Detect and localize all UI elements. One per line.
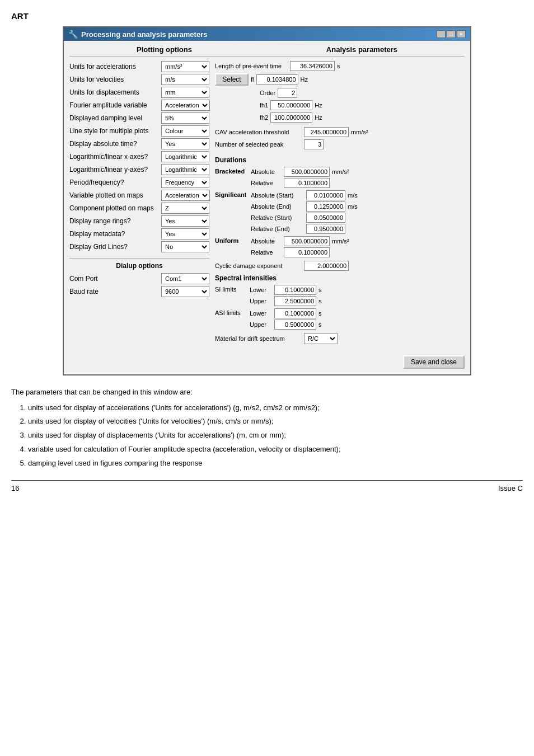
save-close-button[interactable]: Save and close bbox=[403, 355, 465, 369]
select-button[interactable]: Select bbox=[215, 73, 249, 86]
cyclic-label: Cyclic damage exponent bbox=[215, 262, 302, 269]
comp-maps-select[interactable]: Z bbox=[161, 203, 209, 214]
uni-absolute-value[interactable] bbox=[284, 236, 330, 246]
num-peaks-row: Number of selected peak bbox=[215, 139, 465, 149]
num-peaks-label: Number of selected peak bbox=[215, 141, 302, 148]
material-row: Material for drift spectrum R/C bbox=[215, 333, 465, 344]
plotting-header: Plotting options bbox=[137, 45, 192, 54]
footer-page-number: 16 bbox=[11, 484, 19, 492]
close-button[interactable]: × bbox=[457, 30, 466, 38]
window-title: Processing and analysis parameters bbox=[81, 30, 207, 39]
sig-rel-start-label: Relative (Start) bbox=[251, 214, 304, 221]
absolute-time-select[interactable]: Yes bbox=[161, 138, 209, 149]
bracketed-relative-value[interactable] bbox=[284, 178, 330, 188]
si-upper-value[interactable] bbox=[274, 296, 316, 306]
param-row-log-y: Logarithmic/linear y-axes? Logarithmic bbox=[69, 164, 209, 175]
line-style-select[interactable]: Colour bbox=[161, 125, 209, 137]
range-rings-select[interactable]: Yes bbox=[161, 215, 209, 227]
order-value[interactable] bbox=[278, 88, 297, 98]
pre-event-value[interactable] bbox=[290, 61, 335, 71]
uni-relative-value[interactable] bbox=[284, 247, 330, 257]
bracketed-relative-label: Relative bbox=[251, 180, 282, 186]
sig-rel-end-value[interactable] bbox=[306, 224, 345, 234]
si-lower-label: Lower bbox=[250, 287, 272, 293]
asi-lower-label: Lower bbox=[250, 310, 272, 317]
sig-abs-end-label: Absolute (End) bbox=[251, 203, 304, 210]
asi-lower-value[interactable] bbox=[274, 308, 316, 318]
page-footer: 16 Issue C bbox=[11, 480, 523, 492]
minimize-button[interactable]: _ bbox=[437, 30, 446, 38]
si-upper-unit: s bbox=[318, 298, 322, 304]
param-row-line-style: Line style for multiple plots Colour bbox=[69, 125, 209, 137]
cav-unit: mm/s² bbox=[351, 129, 368, 135]
order-row: Order bbox=[260, 88, 465, 98]
significant-block: Significant Absolute (Start) m/s Absolut… bbox=[215, 190, 465, 234]
uni-absolute-label: Absolute bbox=[251, 238, 282, 245]
sig-rel-start-value[interactable] bbox=[306, 213, 345, 223]
si-limits-block: SI limits Lower s Upper s bbox=[215, 285, 465, 306]
param-row-var-maps: Variable plotted on maps Acceleration bbox=[69, 190, 209, 201]
fl-label: fl bbox=[251, 76, 254, 83]
cav-value[interactable] bbox=[304, 127, 349, 137]
uniform-label: Uniform bbox=[215, 236, 249, 244]
material-select[interactable]: R/C bbox=[304, 333, 338, 344]
fourier-variable-select[interactable]: Acceleration bbox=[161, 100, 210, 111]
bracketed-absolute-label: Absolute bbox=[251, 168, 282, 175]
fh1-value[interactable] bbox=[270, 100, 312, 110]
fh1-unit: Hz bbox=[315, 102, 322, 109]
damping-level-select[interactable]: 5% bbox=[161, 112, 209, 124]
baudrate-select[interactable]: 9600 bbox=[161, 286, 209, 297]
fh2-value[interactable] bbox=[270, 112, 312, 123]
num-peaks-value[interactable] bbox=[304, 139, 324, 149]
fl-value[interactable] bbox=[256, 74, 298, 84]
units-displacements-select[interactable]: mm bbox=[161, 87, 209, 98]
fh2-label: fh2 bbox=[260, 114, 268, 121]
period-freq-select[interactable]: Frequency bbox=[161, 177, 209, 188]
asi-upper-value[interactable] bbox=[274, 320, 316, 330]
fh2-row: fh2 Hz bbox=[260, 112, 465, 123]
log-y-select[interactable]: Logarithmic bbox=[161, 164, 209, 175]
list-item-4: variable used for calculation of Fourier… bbox=[28, 444, 523, 456]
sig-rel-end-label: Relative (End) bbox=[251, 226, 304, 232]
metadata-select[interactable]: Yes bbox=[161, 228, 209, 240]
bottom-intro: The parameters that can be changed in th… bbox=[11, 387, 523, 398]
right-panel: Length of pre-event time s Select fl Hz … bbox=[215, 61, 465, 369]
units-velocities-select[interactable]: m/s bbox=[161, 74, 209, 85]
sig-abs-end-value[interactable] bbox=[306, 201, 345, 212]
param-row-damping: Displayed damping level 5% bbox=[69, 112, 209, 124]
sig-abs-start-unit: m/s bbox=[348, 192, 358, 199]
param-row-vel-units: Units for velocities m/s bbox=[69, 74, 209, 85]
footer-issue: Issue C bbox=[498, 484, 523, 492]
sig-abs-start-value[interactable] bbox=[306, 190, 345, 200]
si-limits-label: SI limits bbox=[215, 285, 247, 293]
asi-upper-unit: s bbox=[318, 321, 322, 328]
list-item-1: units used for display of accelerations … bbox=[28, 402, 523, 414]
param-row-abs-time: Display absolute time? Yes bbox=[69, 138, 209, 149]
asi-limits-block: ASI limits Lower s Upper s bbox=[215, 308, 465, 330]
units-accelerations-select[interactable]: mm/s² bbox=[161, 61, 209, 72]
uniform-block: Uniform Absolute mm/s² Relative bbox=[215, 236, 465, 257]
bracketed-absolute-value[interactable] bbox=[284, 167, 330, 177]
left-panel: Units for accelerations mm/s² Units for … bbox=[69, 61, 209, 369]
main-window: 🔧 Processing and analysis parameters _ □… bbox=[63, 26, 471, 375]
param-row-log-x: Logarithmic/linear x-axes? Logarithmic bbox=[69, 151, 209, 162]
log-x-select[interactable]: Logarithmic bbox=[161, 151, 209, 162]
asi-lower-unit: s bbox=[318, 310, 322, 317]
window-icon: 🔧 bbox=[68, 30, 78, 39]
durations-header: Durations bbox=[215, 156, 465, 164]
list-item-3: units used for display of displacements … bbox=[28, 430, 523, 442]
material-label: Material for drift spectrum bbox=[215, 335, 302, 342]
si-lower-value[interactable] bbox=[274, 285, 316, 295]
fh1-row: fh1 Hz bbox=[260, 100, 465, 110]
comport-select[interactable]: Com1 bbox=[161, 273, 209, 284]
param-row-range-rings: Display range rings? Yes bbox=[69, 215, 209, 227]
asi-limits-label: ASI limits bbox=[215, 308, 247, 316]
param-row-metadata: Display metadata? Yes bbox=[69, 228, 209, 240]
grid-lines-select[interactable]: No bbox=[161, 241, 209, 252]
param-row-baudrate: Baud rate 9600 bbox=[69, 286, 209, 297]
var-maps-select[interactable]: Acceleration bbox=[161, 190, 210, 201]
maximize-button[interactable]: □ bbox=[447, 30, 456, 38]
list-item-5: damping level used in figures comparing … bbox=[28, 458, 523, 469]
cyclic-value[interactable] bbox=[304, 261, 349, 271]
si-upper-label: Upper bbox=[250, 298, 272, 304]
